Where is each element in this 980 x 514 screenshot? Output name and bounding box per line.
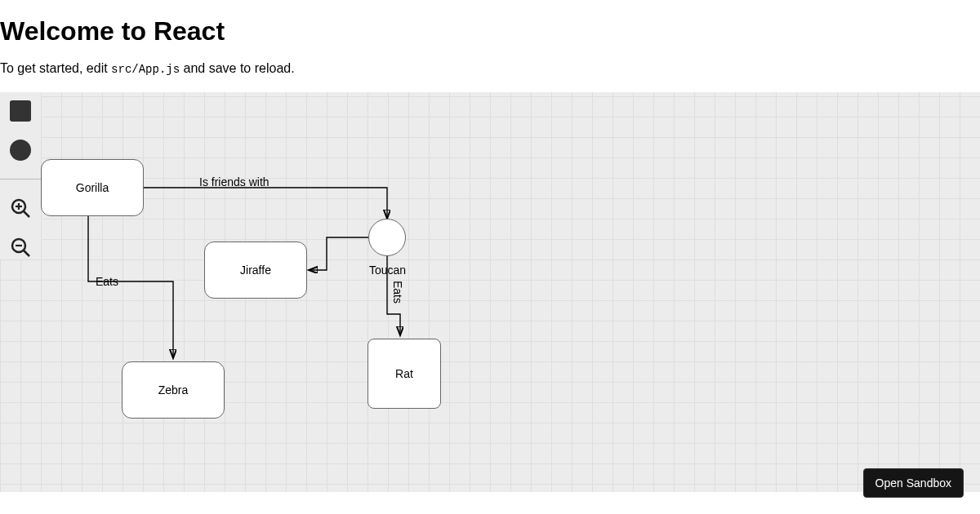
- intro-text: To get started, edit src/App.js and save…: [0, 61, 980, 76]
- open-sandbox-button[interactable]: Open Sandbox: [863, 468, 964, 498]
- edge-label-toucan-rat: Eats: [391, 281, 404, 304]
- node-gorilla[interactable]: Gorilla: [41, 159, 144, 216]
- node-jiraffe-label: Jiraffe: [240, 264, 271, 277]
- edge-toucan-jiraffe: [309, 237, 368, 270]
- intro-code: src/App.js: [111, 63, 180, 76]
- intro-after: and save to reload.: [180, 61, 295, 75]
- node-rat-label: Rat: [395, 367, 413, 380]
- toolbar: [0, 92, 41, 259]
- intro-before: To get started, edit: [0, 61, 111, 75]
- node-toucan[interactable]: [368, 219, 406, 256]
- edge-gorilla-toucan: [144, 188, 387, 219]
- zoom-in-button[interactable]: [8, 196, 33, 220]
- node-rat[interactable]: Rat: [368, 339, 441, 409]
- square-tool-button[interactable]: [8, 99, 33, 123]
- circle-tool-button[interactable]: [8, 138, 33, 162]
- node-zebra[interactable]: Zebra: [122, 361, 225, 419]
- square-icon: [10, 100, 31, 122]
- zoom-in-icon: [9, 197, 32, 219]
- node-toucan-label: Toucan: [369, 264, 406, 277]
- svg-line-5: [24, 250, 29, 256]
- zoom-out-button[interactable]: [8, 235, 33, 259]
- diagram-canvas[interactable]: Gorilla Jiraffe Zebra Rat Toucan Is frie…: [0, 92, 980, 492]
- page-title: Welcome to React: [0, 16, 980, 47]
- edges-layer: [0, 92, 980, 492]
- toolbar-divider: [0, 179, 41, 179]
- node-zebra-label: Zebra: [158, 383, 189, 397]
- edge-label-gorilla-toucan: Is friends with: [199, 175, 270, 188]
- node-gorilla-label: Gorilla: [76, 181, 109, 194]
- circle-icon: [10, 140, 31, 161]
- svg-line-1: [24, 211, 29, 217]
- edge-label-gorilla-zebra: Eats: [96, 275, 118, 288]
- node-jiraffe[interactable]: Jiraffe: [204, 241, 307, 299]
- zoom-out-icon: [9, 236, 32, 259]
